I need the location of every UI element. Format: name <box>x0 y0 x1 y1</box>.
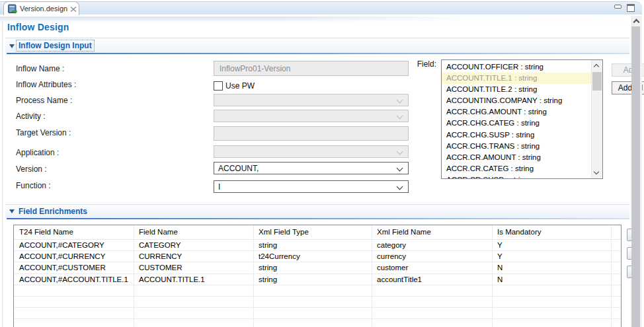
field-list-item[interactable]: ACCOUNT.TITLE.1 : string <box>442 73 591 84</box>
list-scrollbar-thumb[interactable] <box>592 72 602 91</box>
chevron-down-icon <box>397 97 403 104</box>
field-enrichments-table[interactable]: T24 Field NameField NameXml Field TypeXm… <box>13 225 622 327</box>
table-cell: category <box>377 241 406 249</box>
list-scroll-up-button[interactable] <box>592 60 602 71</box>
field-list-label: Field: <box>397 59 436 69</box>
field-list-item[interactable]: ACCOUNTING.COMPANY : string <box>442 95 591 106</box>
design-file-icon <box>7 4 17 14</box>
table-cell: ACCOUNT,#CUSTOMER <box>19 264 106 272</box>
function-label: Function : <box>16 181 51 190</box>
chevron-down-icon <box>397 149 403 155</box>
application-label: Application : <box>16 148 59 157</box>
field-list-item[interactable]: ACCOUNT.TITLE.2 : string <box>442 84 591 95</box>
field-listbox[interactable]: ACCOUNT.OFFICER : stringACCOUNT.TITLE.1 … <box>441 59 603 179</box>
scroll-up-button[interactable] <box>631 16 642 26</box>
editor-left-border <box>2 20 3 327</box>
version-combo[interactable]: ACCOUNT, <box>214 162 409 174</box>
table-column-separator <box>134 225 134 327</box>
section-enrichments-separator <box>7 218 629 219</box>
process-name-combo[interactable] <box>214 94 409 106</box>
chevron-down-icon <box>397 165 403 172</box>
table-cell: CUSTOMER <box>139 264 182 272</box>
editor-scrollbar-thumb[interactable] <box>631 26 640 327</box>
table-column-separator <box>492 225 493 327</box>
tab-version-design[interactable]: Version.design <box>3 1 79 15</box>
section-input-title[interactable]: Inflow Design Input <box>17 41 94 50</box>
activity-combo[interactable] <box>214 110 409 122</box>
table-row[interactable]: ACCOUNT,#ACCOUNT.TITLE.1ACCOUNT.TITLE.1s… <box>14 274 621 285</box>
table-cell: N <box>497 275 503 283</box>
field-list-item[interactable]: ACCR.CR.SUSP : string <box>442 174 591 179</box>
process-name-label: Process Name : <box>16 96 72 105</box>
target-version-input[interactable] <box>214 126 409 141</box>
list-scrollbar[interactable] <box>591 60 602 178</box>
field-list-item[interactable]: ACCOUNT.OFFICER : string <box>442 61 591 73</box>
editor-screen: Version.design Inflow Design Inflow Desi… <box>0 0 644 327</box>
activity-label: Activity : <box>16 112 46 121</box>
table-row[interactable]: ACCOUNT,#CUSTOMERCUSTOMERstringcustomerN <box>14 262 621 273</box>
table-cell: ACCOUNT.TITLE.1 <box>139 275 205 283</box>
table-header-row: T24 Field NameField NameXml Field TypeXm… <box>14 225 621 240</box>
minimize-icon[interactable] <box>614 5 622 9</box>
chevron-down-icon <box>594 169 599 174</box>
table-cell: CURRENCY <box>139 252 182 260</box>
table-cell: string <box>259 241 277 249</box>
tabbar-strip-fade <box>0 17 631 22</box>
table-cell: ACCOUNT,#CATEGORY <box>19 241 104 249</box>
chevron-down-icon <box>397 184 403 190</box>
table-column-separator <box>611 225 612 327</box>
application-combo[interactable] <box>214 145 409 158</box>
use-pw-checkbox-label: Use PW <box>225 81 255 91</box>
table-column-separator <box>253 225 254 327</box>
field-list-item[interactable]: ACCR.CR.CATEG : string <box>442 163 591 174</box>
table-column-header[interactable]: Xml Field Type <box>259 228 309 236</box>
table-column-header[interactable]: Is Mandatory <box>497 228 541 236</box>
table-empty-row[interactable] <box>14 297 621 308</box>
table-column-header[interactable]: T24 Field Name <box>19 228 73 236</box>
inflow-attributes-label: Inflow Attributes : <box>16 80 76 89</box>
list-scroll-down-button[interactable] <box>592 167 602 178</box>
table-column-header[interactable]: Xml Field Name <box>377 228 431 236</box>
table-cell: Y <box>497 252 503 260</box>
section-enrichments-collapse-icon[interactable] <box>9 209 15 213</box>
table-cell: string <box>259 275 277 283</box>
table-empty-row[interactable] <box>14 319 621 327</box>
table-row[interactable]: ACCOUNT,#CATEGORYCATEGORYstringcategoryY <box>14 240 621 251</box>
function-combo[interactable]: I <box>214 180 409 193</box>
maximize-icon[interactable] <box>627 4 635 12</box>
section-input-collapse-icon[interactable] <box>9 44 15 48</box>
table-cell: customer <box>377 264 408 272</box>
inflow-name-input[interactable]: InflowPro01-Version <box>214 61 409 76</box>
table-cell: Y <box>497 241 503 249</box>
table-cell: accountTitle1 <box>377 275 422 283</box>
tab-close-icon[interactable] <box>69 5 77 13</box>
page-title: Inflow Design <box>7 22 69 32</box>
section-input-separator <box>7 53 629 54</box>
section-enrichments-title[interactable]: Field Enrichments <box>19 207 87 216</box>
field-list-item[interactable]: ACCR.CHG.TRANS : string <box>442 141 591 152</box>
field-list-item[interactable]: ACCR.CHG.CATEG : string <box>442 118 591 129</box>
target-version-label: Target Version : <box>16 128 71 137</box>
use-pw-checkbox[interactable] <box>214 81 223 91</box>
tab-title: Version.design <box>20 5 67 13</box>
table-empty-row[interactable] <box>14 285 621 297</box>
table-cell: N <box>497 264 503 272</box>
version-label: Version : <box>16 164 47 174</box>
chevron-up-icon <box>594 64 599 69</box>
chevron-down-icon <box>397 113 403 120</box>
table-cell: ACCOUNT,#CURRENCY <box>19 252 105 260</box>
field-list-item[interactable]: ACCR.CHG.AMOUNT : string <box>442 106 591 118</box>
table-cell: currency <box>377 252 406 260</box>
chevron-up-icon <box>633 19 640 26</box>
table-cell: string <box>259 264 277 272</box>
section-enrichments-header-bar <box>5 204 629 218</box>
table-empty-row[interactable] <box>14 308 621 319</box>
table-cell: ACCOUNT,#ACCOUNT.TITLE.1 <box>19 275 128 283</box>
section-input-header-bar <box>5 38 629 53</box>
table-row[interactable]: ACCOUNT,#CURRENCYCURRENCYt24Currencycurr… <box>14 251 621 262</box>
field-list-item[interactable]: ACCR.CR.AMOUNT : string <box>442 152 591 163</box>
field-list-item[interactable]: ACCR.CHG.SUSP : string <box>442 129 591 141</box>
table-cell: CATEGORY <box>139 241 181 249</box>
table-column-header[interactable]: Field Name <box>139 228 178 236</box>
editor-tab-bar <box>0 1 642 15</box>
